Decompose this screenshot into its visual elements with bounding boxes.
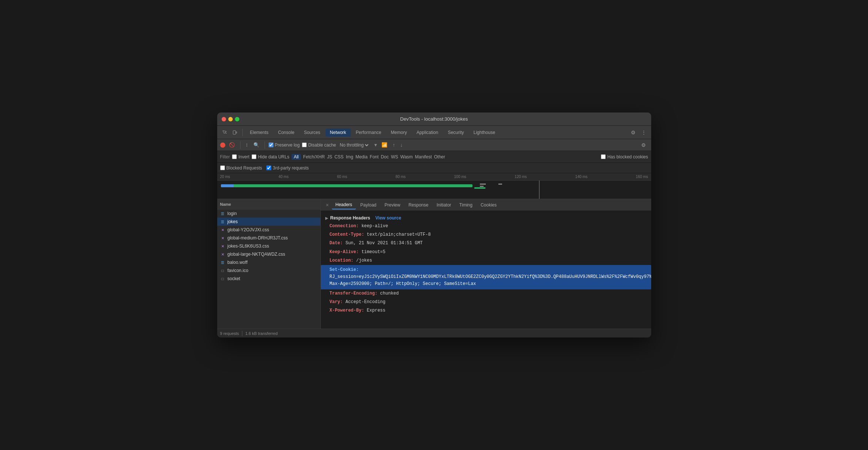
header-key-vary: Vary:	[330, 299, 346, 305]
settings-icon[interactable]: ⚙	[629, 128, 638, 137]
invert-filter[interactable]: Invert	[232, 154, 249, 159]
header-val-location: /jokes	[356, 258, 372, 263]
tab-cookies[interactable]: Cookies	[477, 201, 500, 209]
search-icon[interactable]: 🔍	[252, 141, 261, 148]
tab-sources[interactable]: Sources	[300, 128, 325, 137]
chip-js[interactable]: JS	[327, 154, 332, 159]
file-name-favicon: favicon.ico	[228, 268, 249, 273]
chip-manifest[interactable]: Manifest	[415, 154, 432, 159]
filter-icon[interactable]: ⫶	[244, 141, 250, 148]
file-item-font[interactable]: ☰ baloo.woff	[217, 258, 320, 266]
download-icon[interactable]: ↓	[399, 141, 404, 148]
device-icon[interactable]	[231, 128, 239, 137]
toolbar2-divider	[240, 141, 240, 149]
timeline-area: 20 ms 40 ms 60 ms 80 ms 100 ms 120 ms 14…	[217, 173, 651, 199]
view-source-link[interactable]: View source	[376, 215, 401, 221]
headers-content: ▶ Response Headers View source Connectio…	[321, 211, 651, 329]
chip-ws[interactable]: WS	[391, 154, 398, 159]
tab-security[interactable]: Security	[443, 128, 468, 137]
tab-memory[interactable]: Memory	[386, 128, 411, 137]
disable-cache-label[interactable]: Disable cache	[302, 142, 336, 148]
record-button[interactable]	[220, 142, 225, 148]
file-name-login: login	[228, 211, 237, 216]
file-name-font: baloo.woff	[228, 260, 248, 265]
chip-other[interactable]: Other	[434, 154, 445, 159]
maximize-button[interactable]	[235, 117, 239, 121]
header-transfer-encoding: Transfer-Encoding: chunked	[321, 289, 651, 298]
right-panel: × Headers Payload Preview Response Initi…	[321, 199, 651, 329]
file-item-favicon[interactable]: □ favicon.ico	[217, 266, 320, 275]
panel-tabs: × Headers Payload Preview Response Initi…	[321, 199, 651, 211]
ruler-mark-5: 120 ms	[515, 175, 527, 179]
tab-console[interactable]: Console	[274, 128, 299, 137]
ruler-mark-3: 80 ms	[396, 175, 406, 179]
third-party-checkbox[interactable]	[266, 165, 271, 170]
waterfall-main-bar	[221, 184, 472, 187]
hide-data-urls-filter[interactable]: Hide data URLs	[252, 154, 289, 159]
close-panel-button[interactable]: ×	[324, 201, 331, 209]
header-val-set-cookie: RJ_session=eyJ1c2VySWQiOiIxZGM0NWY1NC00M…	[330, 274, 651, 286]
font-icon: ☰	[220, 260, 225, 265]
chip-css[interactable]: CSS	[334, 154, 344, 159]
tab-headers[interactable]: Headers	[332, 201, 356, 209]
doc-icon-login: ☰	[220, 211, 225, 216]
has-blocked-cookies-filter[interactable]: Has blocked cookies	[601, 154, 648, 159]
file-item-css3[interactable]: ✕ jokes-SL6K6US3.css	[217, 242, 320, 250]
tab-performance[interactable]: Performance	[351, 128, 386, 137]
inspect-icon[interactable]	[220, 128, 229, 137]
ruler-mark-7: 160 ms	[636, 175, 648, 179]
css-icon-3: ✕	[220, 244, 225, 249]
invert-checkbox[interactable]	[232, 154, 237, 159]
toolbar2-divider2	[265, 141, 265, 149]
header-key-x-powered-by: X-Powered-By:	[330, 308, 367, 313]
more-icon[interactable]: ⋮	[639, 128, 648, 137]
file-item-css2[interactable]: ✕ global-medium-DRHJR3JT.css	[217, 234, 320, 242]
close-button[interactable]	[222, 117, 226, 121]
window-title: DevTools - localhost:3000/jokes	[400, 116, 468, 122]
header-key-date: Date:	[330, 241, 346, 246]
file-item-css4[interactable]: ✕ global-large-NKTQAWDZ.css	[217, 250, 320, 258]
tab-payload[interactable]: Payload	[357, 201, 380, 209]
minimize-button[interactable]	[228, 117, 233, 121]
tab-preview[interactable]: Preview	[381, 201, 404, 209]
timeline-cursor	[539, 181, 539, 199]
throttle-select[interactable]: No throttling	[338, 142, 370, 148]
tab-lighthouse[interactable]: Lighthouse	[469, 128, 500, 137]
file-item-socket[interactable]: □ socket	[217, 275, 320, 283]
chip-wasm[interactable]: Wasm	[400, 154, 413, 159]
chip-img[interactable]: Img	[346, 154, 353, 159]
upload-icon[interactable]: ↑	[391, 141, 397, 148]
has-blocked-cookies-checkbox[interactable]	[601, 154, 606, 159]
file-name-css4: global-large-NKTQAWDZ.css	[228, 252, 285, 257]
disable-cache-checkbox[interactable]	[302, 142, 307, 147]
file-item-jokes[interactable]: ☰ jokes	[217, 218, 320, 226]
response-headers-section[interactable]: ▶ Response Headers View source	[321, 214, 651, 222]
tab-response[interactable]: Response	[405, 201, 432, 209]
file-item-css1[interactable]: ✕ global-Y2OJVJXI.css	[217, 226, 320, 234]
blocked-requests-filter[interactable]: Blocked Requests	[220, 165, 262, 171]
clear-icon[interactable]: 🚫	[228, 141, 236, 148]
settings2-icon[interactable]: ⚙	[639, 141, 648, 150]
chip-fetch-xhr[interactable]: Fetch/XHR	[303, 154, 325, 159]
chip-font[interactable]: Font	[370, 154, 379, 159]
header-val-content-type: text/plain;charset=UTF-8	[367, 232, 431, 237]
tab-application[interactable]: Application	[412, 128, 443, 137]
blocked-requests-checkbox[interactable]	[220, 165, 225, 170]
third-party-filter[interactable]: 3rd-party requests	[266, 165, 309, 171]
traffic-lights	[222, 117, 239, 121]
chip-doc[interactable]: Doc	[381, 154, 388, 159]
preserve-log-label[interactable]: Preserve log	[269, 142, 300, 148]
header-keep-alive: Keep-Alive: timeout=5	[321, 248, 651, 256]
wifi-icon[interactable]: 📶	[380, 141, 389, 148]
tab-network[interactable]: Network	[326, 128, 351, 137]
tab-elements[interactable]: Elements	[246, 128, 273, 137]
hide-data-urls-checkbox[interactable]	[252, 154, 256, 159]
tab-timing[interactable]: Timing	[455, 201, 476, 209]
preserve-log-checkbox[interactable]	[269, 142, 273, 147]
tab-initiator[interactable]: Initiator	[433, 201, 455, 209]
chip-media[interactable]: Media	[356, 154, 368, 159]
ruler-mark-0: 20 ms	[220, 175, 230, 179]
chip-all[interactable]: All	[292, 154, 301, 160]
file-list: Name ☰ login ☰ jokes ✕ global-Y2OJVJXI.c…	[217, 199, 321, 329]
file-item-login[interactable]: ☰ login	[217, 209, 320, 218]
